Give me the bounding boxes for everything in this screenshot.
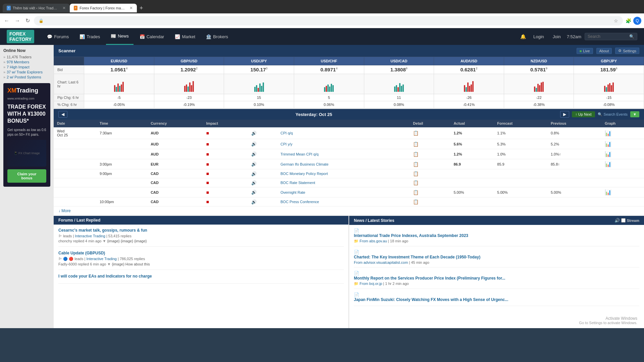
nav-news[interactable]: 📰News — [106, 28, 133, 45]
event-graph-1[interactable]: 📊 — [601, 127, 644, 139]
event-forecast-8 — [494, 197, 547, 206]
trade-explorers-count[interactable]: 37 w/ Trade Explorers — [3, 70, 50, 74]
event-graph-4[interactable]: 📊 — [601, 159, 644, 169]
high-impact-count[interactable]: 7 High Impact — [3, 65, 50, 69]
event-detail-2[interactable]: 📋 — [410, 139, 450, 149]
tab-2[interactable]: F Forex Factory | Forex markets fo... ✕ — [70, 4, 137, 12]
chart-gbpusd[interactable] — [154, 74, 224, 94]
nav-trades[interactable]: 📊Trades — [75, 28, 105, 45]
forum-title-3[interactable]: I will code your EAs and Indicators for … — [58, 274, 344, 279]
event-name-2[interactable]: CPI y/y — [277, 139, 410, 149]
live-button[interactable]: ■ Live — [577, 48, 593, 54]
login-button[interactable]: Login — [531, 33, 547, 41]
news-title-1[interactable]: International Trade Price Indexes, Austr… — [354, 233, 639, 238]
news-source-link-1[interactable]: From abs.gov.au — [360, 239, 387, 243]
prev-day-button[interactable]: ◀ — [58, 111, 67, 118]
url-input[interactable]: forexfactory.com — [46, 18, 611, 23]
event-name-8[interactable]: BOC Press Conference — [277, 197, 410, 206]
event-detail-8[interactable]: 📋 — [410, 197, 450, 206]
upnext-button[interactable]: ↑ Up Next — [572, 111, 595, 117]
windows-watermark: Activate Windows Go to Settings to activ… — [349, 313, 644, 328]
search-input[interactable] — [588, 34, 628, 39]
chart-gbpjpy[interactable] — [574, 74, 644, 94]
notification-icon[interactable]: 🔔 — [519, 33, 527, 41]
search-box[interactable]: 🔍 — [585, 33, 637, 40]
event-name-4[interactable]: German Ifo Business Climate — [277, 159, 410, 169]
claim-bonus-button[interactable]: Claim your bonus — [7, 169, 46, 183]
nav-brokers[interactable]: 🏦Brokers — [201, 28, 233, 45]
search-icon[interactable]: 🔍 — [629, 34, 634, 39]
event-name-6[interactable]: BOC Rate Statement — [277, 178, 410, 187]
event-name-1[interactable]: CPI q/q — [277, 127, 410, 139]
pair-usdcad[interactable]: USD/CAD — [364, 57, 434, 65]
event-detail-4[interactable]: 📋 — [410, 159, 450, 169]
event-name-5[interactable]: BOC Monetary Policy Report — [277, 169, 410, 178]
news-title-2[interactable]: Charted: The Key Investment Theme of Eac… — [354, 255, 639, 259]
forum-reply-user-2[interactable]: Fadly-6000 replied 6 min ago — [58, 262, 106, 266]
event-graph-7[interactable]: 📊 — [601, 187, 644, 197]
address-bar[interactable]: 🔒 forexfactory.com ☆ — [34, 16, 623, 25]
posted-systems-count[interactable]: 2 w/ Posted Systems — [3, 75, 50, 79]
nav-market[interactable]: 📈Market — [170, 28, 200, 45]
new-tab-button[interactable]: + — [137, 5, 146, 12]
chart-usdjpy[interactable] — [224, 74, 294, 94]
next-day-button[interactable]: ▶ — [560, 111, 569, 118]
forum-title-2[interactable]: Cable Update (GBPUSD) — [58, 251, 344, 255]
event-name-3[interactable]: Trimmed Mean CPI q/q — [277, 149, 410, 159]
news-panel-content: 📄 International Trade Price Indexes, Aus… — [349, 225, 644, 313]
event-graph-3[interactable]: 📊 — [601, 149, 644, 159]
forum-section-2[interactable]: Interactive Trading — [86, 257, 117, 261]
pair-audusd[interactable]: AUD/USD — [434, 57, 504, 65]
event-detail-7[interactable]: 📋 — [410, 187, 450, 197]
col-detail: Detail — [410, 120, 450, 127]
pair-gbpjpy[interactable]: GBP/JPY — [574, 57, 644, 65]
nav-calendar[interactable]: 📅Calendar — [135, 28, 169, 45]
tab-1-close[interactable]: ✕ — [62, 6, 66, 10]
pair-nzdusd[interactable]: NZD/USD — [504, 57, 574, 65]
content-area: Online Now 11,476 Traders 978 Members 7 … — [0, 45, 644, 328]
event-graph-2[interactable]: 📊 — [601, 139, 644, 149]
refresh-button[interactable]: ↻ — [24, 16, 31, 25]
nav-forums[interactable]: 💬Forums — [42, 28, 73, 45]
join-button[interactable]: Join — [550, 33, 564, 41]
bookmark-icon[interactable]: ☆ — [614, 18, 618, 23]
chart-nzdusd[interactable] — [504, 74, 574, 94]
tab-2-close[interactable]: ✕ — [129, 6, 133, 10]
settings-button[interactable]: ⚙ Settings — [615, 48, 639, 54]
forum-title-1[interactable]: Cesarnc's market talk, gossips, rumours … — [58, 228, 344, 233]
event-detail-6[interactable]: 📋 — [410, 178, 450, 187]
news-source-link-3[interactable]: From boj.or.jp — [360, 282, 382, 286]
forum-reply-user-1[interactable]: chonchy replied 4 min ago — [58, 239, 101, 243]
pair-usdchf[interactable]: USD/CHF — [294, 57, 364, 65]
pair-gbpusd[interactable]: GBP/USD — [154, 57, 224, 65]
chart-usdcad[interactable] — [364, 74, 434, 94]
stream-control[interactable]: 🔊 Stream — [614, 218, 639, 223]
chart-audusd[interactable] — [434, 74, 504, 94]
more-button[interactable]: ↓ More — [54, 206, 75, 215]
event-detail-1[interactable]: 📋 — [410, 127, 450, 139]
event-name-7[interactable]: Overnight Rate — [277, 187, 410, 197]
filter-button[interactable]: ▼ — [630, 111, 639, 117]
event-detail-3[interactable]: 📋 — [410, 149, 450, 159]
about-button[interactable]: About — [596, 48, 612, 54]
forward-button[interactable]: → — [13, 16, 21, 25]
news-title-4[interactable]: Japan FinMin Suzuki: Closely Watching FX… — [354, 297, 639, 302]
pair-usdjpy[interactable]: USD/JPY — [224, 57, 294, 65]
online-now: Online Now 11,476 Traders 978 Members 7 … — [3, 48, 50, 79]
news-title-3[interactable]: Monthly Report on the Services Producer … — [354, 276, 639, 281]
tab-1[interactable]: T Thêm bài viết ‹ Hoc Trade FX — ✕ — [3, 4, 70, 12]
back-button[interactable]: ← — [3, 16, 11, 25]
chart-usdchf[interactable] — [294, 74, 364, 94]
forum-section-1[interactable]: Interactive Trading — [75, 234, 105, 238]
chart-eurusd[interactable] — [84, 74, 154, 94]
event-speaker-2: 🔊 — [248, 139, 277, 149]
speaker-icon: 🔊 — [251, 131, 257, 136]
profile-icon[interactable]: Q — [633, 17, 641, 25]
news-source-link-2[interactable]: From advisor.visualcapitalist.com — [354, 260, 408, 264]
search-events-button[interactable]: 🔍 Search Events — [598, 112, 628, 117]
event-detail-5[interactable]: 📋 — [410, 169, 450, 178]
members-count[interactable]: 978 Members — [3, 60, 50, 64]
stream-checkbox[interactable] — [621, 218, 626, 223]
pair-eurusd[interactable]: EUR/USD — [84, 57, 154, 65]
extensions-icon[interactable]: 🧩 — [626, 18, 631, 23]
